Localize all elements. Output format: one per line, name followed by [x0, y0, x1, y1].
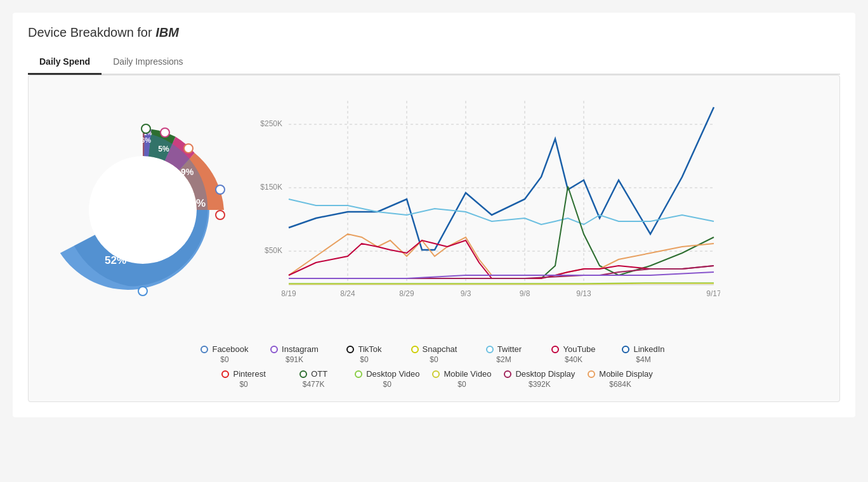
- legend-name-linkedin: LinkedIn: [633, 344, 664, 354]
- legend-name-desktop_display: Desktop Display: [515, 369, 575, 379]
- legend-item-desktop_video: Desktop Video$0: [355, 369, 419, 389]
- legend-name-twitter: Twitter: [497, 344, 522, 354]
- svg-point-8: [216, 185, 225, 194]
- legend-name-mobile_video: Mobile Video: [444, 369, 491, 379]
- legend-value-pinterest: $0: [239, 380, 247, 389]
- tab-daily-impressions[interactable]: Daily Impressions: [102, 50, 194, 75]
- svg-text:9/8: 9/8: [520, 289, 530, 298]
- legend-item-ott: OTT$477K: [285, 369, 342, 389]
- legend-name-tiktok: TikTok: [358, 344, 381, 354]
- legend-dot-tiktok: [346, 346, 354, 353]
- legend-value-twitter: $2M: [496, 355, 511, 364]
- tab-daily-spend[interactable]: Daily Spend: [28, 50, 102, 75]
- legend-dot-ott: [299, 370, 307, 378]
- line-chart: .grid-line { stroke: #ccc; stroke-width:…: [257, 88, 827, 332]
- legend-dot-pinterest: [221, 370, 229, 378]
- svg-text:8/19: 8/19: [281, 289, 296, 298]
- legend-item-desktop_display: Desktop Display$392K: [504, 369, 575, 389]
- svg-text:$250K: $250K: [260, 119, 282, 128]
- svg-text:8/24: 8/24: [340, 289, 355, 298]
- page-title: Device Breakdown for IBM: [28, 25, 840, 40]
- legend-dot-facebook: [201, 346, 208, 353]
- charts-row: 52% 26% 9% 5% 6% 1%: [41, 88, 827, 332]
- legend-item-tiktok: TikTok$0: [336, 344, 393, 364]
- legend-value-linkedin: $4M: [636, 355, 650, 364]
- legend-name-ott: OTT: [311, 369, 327, 379]
- legend-value-ott: $477K: [303, 380, 325, 389]
- legend-item-twitter: Twitter$2M: [475, 344, 532, 364]
- legend: Facebook$0Instagram$91KTikTok$0Snapchat$…: [41, 344, 827, 389]
- svg-text:9/13: 9/13: [576, 289, 591, 298]
- legend-name-youtube: YouTube: [563, 344, 595, 354]
- legend-value-facebook: $0: [220, 355, 228, 364]
- legend-name-mobile_display: Mobile Display: [599, 369, 653, 379]
- legend-name-instagram: Instagram: [282, 344, 319, 354]
- legend-name-pinterest: Pinterest: [233, 369, 265, 379]
- legend-item-snapchat: Snapchat$0: [405, 344, 463, 364]
- legend-item-facebook: Facebook$0: [196, 344, 253, 364]
- svg-point-11: [141, 124, 150, 133]
- legend-dot-snapchat: [411, 346, 419, 353]
- legend-dot-twitter: [486, 346, 494, 353]
- svg-point-13: [216, 211, 225, 219]
- legend-value-youtube: $40K: [565, 355, 582, 364]
- legend-dot-linkedin: [622, 346, 629, 353]
- svg-point-10: [161, 128, 169, 137]
- tab-bar: Daily Spend Daily Impressions: [28, 50, 840, 75]
- legend-dot-instagram: [270, 346, 278, 353]
- svg-text:9/3: 9/3: [461, 289, 471, 298]
- legend-dot-desktop_display: [504, 370, 511, 378]
- legend-value-mobile_video: $0: [457, 380, 466, 389]
- svg-text:$50K: $50K: [265, 246, 282, 255]
- legend-item-mobile_display: Mobile Display$684K: [588, 369, 653, 389]
- legend-item-linkedin: LinkedIn$4M: [615, 344, 672, 364]
- legend-value-mobile_display: $684K: [609, 380, 631, 389]
- svg-text:8/29: 8/29: [399, 289, 414, 298]
- legend-name-facebook: Facebook: [212, 344, 248, 354]
- donut-chart: 52% 26% 9% 5% 6% 1%: [41, 115, 244, 305]
- page-container: Device Breakdown for IBM Daily Spend Dai…: [13, 13, 855, 417]
- svg-text:$150K: $150K: [260, 183, 282, 192]
- svg-text:52%: 52%: [105, 254, 126, 266]
- legend-value-snapchat: $0: [430, 355, 438, 364]
- legend-item-pinterest: Pinterest$0: [215, 369, 272, 389]
- legend-item-mobile_video: Mobile Video$0: [432, 369, 491, 389]
- legend-value-tiktok: $0: [360, 355, 368, 364]
- legend-item-youtube: YouTube$40K: [545, 344, 602, 364]
- legend-value-desktop_video: $0: [383, 380, 391, 389]
- svg-text:9/17: 9/17: [706, 289, 720, 298]
- svg-text:9%: 9%: [181, 167, 194, 177]
- legend-value-desktop_display: $392K: [529, 380, 551, 389]
- svg-text:5%: 5%: [158, 145, 169, 153]
- legend-name-snapchat: Snapchat: [423, 344, 457, 354]
- svg-point-7: [138, 287, 147, 296]
- chart-area: 52% 26% 9% 5% 6% 1%: [28, 75, 840, 402]
- legend-dot-mobile_video: [432, 370, 440, 378]
- legend-dot-youtube: [551, 346, 559, 353]
- svg-point-9: [184, 144, 193, 153]
- legend-value-instagram: $91K: [286, 355, 303, 364]
- legend-name-desktop_video: Desktop Video: [366, 369, 419, 379]
- legend-item-instagram: Instagram$91K: [266, 344, 323, 364]
- svg-text:6%: 6%: [141, 136, 151, 144]
- legend-dot-desktop_video: [355, 370, 362, 378]
- svg-text:26%: 26%: [184, 197, 206, 209]
- legend-dot-mobile_display: [588, 370, 595, 378]
